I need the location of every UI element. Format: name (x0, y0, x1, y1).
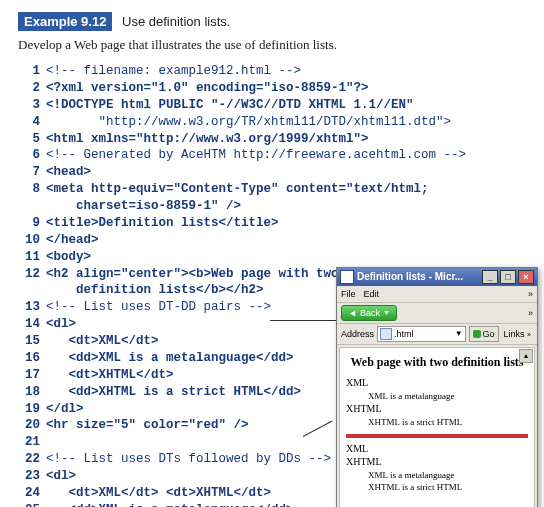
close-button[interactable]: × (518, 270, 534, 284)
page-icon (380, 328, 392, 340)
code-listing: 1<!-- filename: example912.html -->2<?xm… (18, 63, 526, 507)
line-number: 19 (18, 401, 40, 418)
line-number: 8 (18, 181, 40, 198)
line-number: 22 (18, 451, 40, 468)
app-icon (340, 270, 354, 284)
hr-divider (346, 434, 528, 438)
toolbar: ◄ Back ▼ » (337, 303, 537, 324)
line-number: 3 (18, 97, 40, 114)
code-text: definition lists</b></h2> (46, 283, 264, 297)
toolbar-more-icon[interactable]: » (528, 307, 533, 319)
code-line: 7<head> (18, 164, 526, 181)
go-icon (473, 330, 481, 338)
code-line: charset=iso-8859-1" /> (18, 198, 526, 215)
browser-window: Definition lists - Micr... _ □ × File Ed… (336, 267, 538, 507)
line-number: 13 (18, 299, 40, 316)
back-arrow-icon: ◄ (348, 307, 357, 319)
line-number: 7 (18, 164, 40, 181)
code-text: "http://www.w3.org/TR/xhtml11/DTD/xhtml1… (46, 115, 451, 129)
address-bar: Address .html ▼ Go Links » (337, 324, 537, 345)
address-label: Address (341, 328, 374, 340)
line-number: 16 (18, 350, 40, 367)
code-line: 2<?xml version="1.0" encoding="iso-8859-… (18, 80, 526, 97)
line-number: 2 (18, 80, 40, 97)
dd: XML is a metalanguage (368, 390, 528, 402)
maximize-button[interactable]: □ (500, 270, 516, 284)
menu-file[interactable]: File (341, 288, 356, 300)
connector-1 (270, 320, 336, 321)
code-text: charset=iso-8859-1" /> (46, 199, 241, 213)
scroll-up-button[interactable]: ▴ (519, 349, 533, 363)
code-line: 10</head> (18, 232, 526, 249)
code-line: 9<title>Definition lists</title> (18, 215, 526, 232)
dt: XHTML (346, 402, 528, 416)
code-text: <!-- filename: example912.html --> (46, 64, 301, 78)
menu-more-icon[interactable]: » (528, 288, 533, 300)
code-text: <dt>XHTML</dt> (46, 368, 174, 382)
code-text: <meta http-equiv="Content-Type" content=… (46, 182, 429, 196)
line-number: 23 (18, 468, 40, 485)
code-text: <body> (46, 250, 91, 264)
code-text: <dl> (46, 317, 76, 331)
line-number: 20 (18, 417, 40, 434)
go-button[interactable]: Go (469, 326, 499, 342)
line-number: 1 (18, 63, 40, 80)
line-number: 4 (18, 114, 40, 131)
menu-edit[interactable]: Edit (364, 288, 380, 300)
code-text: <h2 align="center"><b>Web page with two (46, 267, 339, 281)
line-number: 25 (18, 502, 40, 507)
titlebar: Definition lists - Micr... _ □ × (337, 268, 537, 286)
code-line: 1<!-- filename: example912.html --> (18, 63, 526, 80)
code-text: <title>Definition lists</title> (46, 216, 279, 230)
address-value: .html (394, 328, 414, 340)
code-text: <!-- List uses DTs followed by DDs --> (46, 452, 331, 466)
code-text: <!-- Generated by AceHTM http://freeware… (46, 148, 466, 162)
code-text: <?xml version="1.0" encoding="iso-8859-1… (46, 81, 369, 95)
line-number: 9 (18, 215, 40, 232)
code-text: </head> (46, 233, 99, 247)
dt: XML (346, 442, 528, 456)
dd: XHTML is a strict HTML (368, 416, 528, 428)
dd: XML is a metalanguage (368, 469, 528, 481)
code-text: <hr size="5" color="red" /> (46, 418, 249, 432)
back-label: Back (360, 307, 380, 319)
line-number: 14 (18, 316, 40, 333)
code-line: 11<body> (18, 249, 526, 266)
line-number: 6 (18, 147, 40, 164)
line-number: 18 (18, 384, 40, 401)
code-line: 4 "http://www.w3.org/TR/xhtml11/DTD/xhtm… (18, 114, 526, 131)
code-text: <dd>XML is a metalanguage</dd> (46, 351, 294, 365)
links-button[interactable]: Links » (502, 328, 533, 340)
code-text: <dt>XML</dt> <dt>XHTML</dt> (46, 486, 271, 500)
definition-list-2: XML XHTML XML is a metalanguage XHTML is… (346, 442, 528, 493)
page-content: ▴ Web page with two definition lists XML… (339, 347, 535, 507)
code-text: </dl> (46, 402, 84, 416)
dd: XHTML is a strict HTML (368, 481, 528, 493)
line-number: 15 (18, 333, 40, 350)
code-line: 6<!-- Generated by AceHTM http://freewar… (18, 147, 526, 164)
code-line: 8<meta http-equiv="Content-Type" content… (18, 181, 526, 198)
line-number: 10 (18, 232, 40, 249)
code-text: <dd>XHTML is a strict HTML</dd> (46, 385, 301, 399)
intro-text: Develop a Web page that illustrates the … (18, 37, 526, 53)
line-number: 11 (18, 249, 40, 266)
dt: XML (346, 376, 528, 390)
back-button[interactable]: ◄ Back ▼ (341, 305, 397, 321)
window-title: Definition lists - Micr... (357, 270, 463, 284)
line-number: 12 (18, 266, 40, 283)
code-text: <dd>XML is a metalanguage</dd> (46, 503, 294, 507)
line-number: 5 (18, 131, 40, 148)
code-text: <html xmlns="http://www.w3.org/1999/xhtm… (46, 132, 369, 146)
back-drop-icon: ▼ (383, 308, 390, 317)
line-number: 24 (18, 485, 40, 502)
code-text: <!-- List uses DT-DD pairs --> (46, 300, 271, 314)
address-drop-icon[interactable]: ▼ (455, 329, 463, 340)
code-line: 5<html xmlns="http://www.w3.org/1999/xht… (18, 131, 526, 148)
address-field[interactable]: .html ▼ (377, 326, 466, 342)
example-label: Example 9.12 (18, 12, 112, 31)
dt: XHTML (346, 455, 528, 469)
links-label: Links (504, 329, 525, 339)
minimize-button[interactable]: _ (482, 270, 498, 284)
code-line: 3<!DOCTYPE html PUBLIC "-//W3C//DTD XHTM… (18, 97, 526, 114)
menubar: File Edit » (337, 286, 537, 303)
